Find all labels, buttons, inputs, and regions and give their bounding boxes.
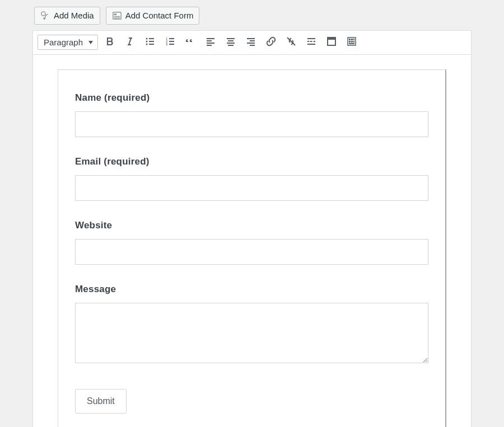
message-label: Message — [75, 284, 428, 295]
svg-rect-31 — [307, 41, 309, 42]
align-right-icon — [245, 36, 256, 49]
name-input[interactable] — [75, 111, 428, 137]
submit-button[interactable]: Submit — [75, 389, 127, 414]
svg-rect-8 — [149, 38, 154, 39]
align-center-button[interactable] — [222, 34, 239, 51]
bullet-list-icon — [144, 36, 156, 49]
svg-rect-36 — [328, 37, 335, 40]
align-center-icon — [225, 36, 236, 49]
svg-rect-17 — [207, 38, 214, 39]
svg-rect-3 — [114, 16, 120, 17]
numbered-list-icon: 123 — [165, 36, 176, 49]
bold-icon — [104, 36, 115, 49]
email-label: Email (required) — [75, 156, 428, 167]
svg-rect-21 — [227, 38, 235, 39]
link-button[interactable] — [263, 34, 279, 51]
format-dropdown[interactable]: Paragraph — [38, 35, 98, 50]
contact-form-block: Name (required) Email (required) Website… — [58, 69, 446, 428]
svg-rect-24 — [228, 45, 234, 46]
unlink-button[interactable] — [283, 34, 300, 51]
fullscreen-button[interactable] — [323, 34, 340, 51]
svg-text:3: 3 — [166, 43, 168, 46]
svg-rect-2 — [114, 13, 116, 15]
svg-rect-38 — [349, 39, 351, 40]
fullscreen-icon — [326, 36, 337, 49]
toolbar-toggle-icon — [346, 36, 357, 49]
svg-point-7 — [146, 44, 148, 45]
website-input[interactable] — [75, 239, 428, 265]
message-field-group: Message — [75, 284, 428, 365]
italic-button[interactable] — [122, 34, 138, 51]
link-icon — [265, 36, 277, 49]
svg-rect-26 — [250, 40, 255, 41]
svg-rect-20 — [207, 45, 212, 46]
media-icon — [40, 11, 50, 21]
svg-point-6 — [146, 41, 148, 43]
svg-rect-32 — [310, 41, 312, 42]
svg-rect-18 — [207, 40, 212, 41]
bold-button[interactable] — [101, 34, 118, 51]
read-more-button[interactable] — [303, 34, 320, 51]
editor-toolbar: Paragraph 123 — [32, 30, 472, 54]
website-label: Website — [75, 220, 428, 231]
svg-rect-42 — [351, 41, 353, 43]
svg-rect-28 — [250, 45, 255, 46]
add-contact-form-label: Add Contact Form — [125, 10, 194, 21]
svg-rect-10 — [149, 44, 154, 45]
svg-point-5 — [146, 38, 148, 40]
svg-rect-40 — [353, 39, 354, 40]
svg-rect-34 — [307, 44, 315, 45]
bullet-list-button[interactable] — [142, 34, 158, 51]
svg-rect-23 — [227, 43, 235, 44]
message-textarea[interactable] — [75, 303, 428, 363]
svg-rect-9 — [149, 41, 154, 42]
unlink-icon — [286, 36, 297, 49]
toolbar-toggle-button[interactable] — [343, 34, 360, 51]
editor-content-area[interactable]: Name (required) Email (required) Website… — [32, 54, 472, 428]
svg-rect-15 — [169, 41, 174, 42]
blockquote-button[interactable] — [182, 34, 199, 51]
add-media-button[interactable]: Add Media — [34, 7, 100, 25]
form-icon — [112, 11, 122, 21]
svg-rect-14 — [169, 38, 174, 39]
svg-rect-41 — [349, 41, 351, 43]
add-contact-form-button[interactable]: Add Contact Form — [106, 7, 200, 25]
align-left-icon — [205, 36, 216, 49]
svg-rect-16 — [169, 44, 174, 45]
align-left-button[interactable] — [202, 34, 219, 51]
italic-icon — [124, 36, 136, 49]
email-input[interactable] — [75, 175, 428, 201]
add-media-label: Add Media — [54, 10, 94, 21]
svg-rect-33 — [314, 41, 315, 42]
svg-rect-25 — [247, 38, 255, 39]
name-field-group: Name (required) — [75, 92, 428, 137]
read-more-icon — [306, 36, 317, 49]
svg-rect-44 — [349, 43, 354, 44]
website-field-group: Website — [75, 220, 428, 265]
svg-rect-22 — [228, 40, 234, 41]
editor-top-buttons: Add Media Add Contact Form — [32, 0, 472, 30]
name-label: Name (required) — [75, 92, 428, 104]
format-dropdown-value: Paragraph — [44, 37, 83, 47]
svg-rect-29 — [307, 38, 315, 39]
svg-rect-19 — [207, 43, 214, 44]
svg-point-0 — [41, 12, 45, 16]
svg-rect-27 — [247, 43, 255, 44]
quote-icon — [185, 36, 196, 49]
svg-rect-4 — [114, 17, 120, 18]
numbered-list-button[interactable]: 123 — [162, 34, 179, 51]
svg-rect-39 — [351, 39, 353, 40]
email-field-group: Email (required) — [75, 156, 428, 201]
align-right-button[interactable] — [242, 34, 259, 51]
svg-rect-43 — [353, 41, 354, 43]
